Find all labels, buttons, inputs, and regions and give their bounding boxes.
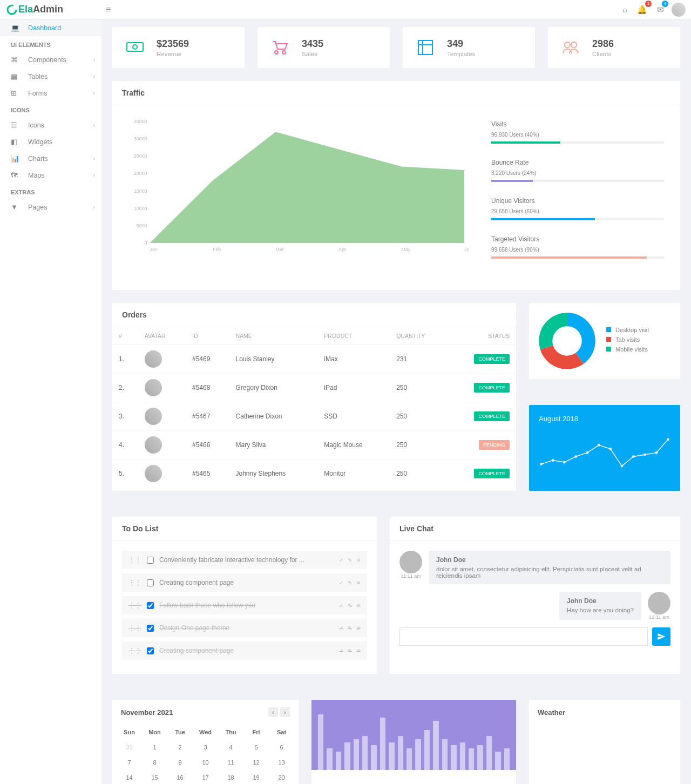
chevron-right-icon: › (93, 204, 95, 210)
menu-icon: 🗺 (11, 171, 28, 179)
cal-day[interactable]: 7 (117, 755, 142, 770)
cal-prev-button[interactable]: ‹ (268, 707, 278, 717)
todo-item[interactable]: ⋮⋮Follow back those who follow you✓✎✕ (122, 596, 367, 614)
drag-handle-icon[interactable]: ⋮⋮ (128, 556, 141, 564)
todo-item[interactable]: ⋮⋮Creating component page✓✎✕ (122, 641, 367, 660)
todo-checkbox[interactable] (147, 647, 154, 654)
cal-day[interactable]: 19 (243, 770, 269, 784)
cal-day[interactable]: 8 (142, 755, 167, 770)
cal-day[interactable]: 16 (167, 770, 193, 784)
table-row[interactable]: 1.#5469Louis StanleyiMax231COMPLETE (112, 345, 516, 374)
cal-day[interactable]: 18 (218, 770, 243, 784)
avatar[interactable] (672, 3, 686, 17)
drag-handle-icon[interactable]: ⋮⋮ (128, 601, 141, 609)
cal-day[interactable]: 13 (269, 755, 294, 770)
close-icon[interactable]: ✕ (356, 625, 361, 631)
todo-text: Creating component page (159, 579, 234, 586)
edit-icon[interactable]: ✎ (348, 580, 352, 586)
todo-item[interactable]: ⋮⋮Creating component page✓✎✕ (122, 573, 367, 592)
table-row[interactable]: 5.#5465Johnny StephensMonitor250COMPLETE (112, 459, 516, 488)
stat-card: 2986Clients (548, 27, 680, 68)
chevron-right-icon: › (93, 172, 95, 178)
cal-day[interactable]: 17 (193, 770, 218, 784)
todo-checkbox[interactable] (147, 557, 154, 564)
close-icon[interactable]: ✕ (356, 648, 361, 654)
svg-point-8 (565, 42, 570, 48)
check-icon[interactable]: ✓ (339, 580, 343, 586)
chat-input[interactable] (399, 627, 648, 646)
chat-row: 11:11 amJohn Doedolor sit amet, consecte… (399, 551, 670, 584)
metric-value: 29,658 Users (60%) (491, 208, 539, 214)
main: $23569Revenue3435Sales349Templates2986Cl… (101, 0, 691, 784)
sidebar-item[interactable]: ▦Tables› (0, 68, 101, 85)
cal-day[interactable]: 1 (142, 740, 167, 755)
cal-day[interactable]: 4 (218, 740, 243, 755)
calendar-nav: ‹ › (268, 707, 290, 717)
drag-handle-icon[interactable]: ⋮⋮ (128, 647, 141, 654)
sidebar-item[interactable]: 📊Charts› (0, 150, 101, 167)
svg-text:10000: 10000 (134, 206, 147, 211)
cal-day[interactable]: 31 (117, 740, 142, 755)
todo-text: Follow back those who follow you (159, 601, 255, 609)
table-row[interactable]: 2.#5468Gregory DixoniPad250COMPLETE (112, 374, 516, 402)
todo-checkbox[interactable] (147, 625, 154, 632)
cal-day[interactable]: 3 (193, 740, 218, 755)
drag-handle-icon[interactable]: ⋮⋮ (128, 624, 141, 632)
bar (344, 742, 350, 770)
sidebar-item[interactable]: ◧Widgets (0, 133, 101, 150)
cal-day[interactable]: 9 (167, 755, 193, 770)
cal-day[interactable]: 14 (117, 770, 142, 784)
cal-day[interactable]: 11 (218, 755, 243, 770)
cal-day[interactable]: 20 (269, 770, 294, 784)
search-icon[interactable]: ⌕ (620, 3, 629, 16)
cal-next-button[interactable]: › (280, 707, 290, 717)
sidebar-item-dashboard[interactable]: 💻Dashboard (0, 19, 101, 36)
table-row[interactable]: 3.#5467Catherine DixonSSD250COMPLETE (112, 402, 516, 431)
todo-item[interactable]: ⋮⋮Design One page theme✓✎✕ (122, 619, 367, 637)
close-icon[interactable]: ✕ (356, 557, 361, 563)
check-icon[interactable]: ✓ (339, 648, 343, 654)
cal-day[interactable]: 2 (167, 740, 193, 755)
cal-day[interactable]: 12 (243, 755, 269, 770)
table-header: AVATAR (138, 327, 186, 345)
sidebar-item[interactable]: ⊞Forms› (0, 85, 101, 102)
chevron-right-icon: › (93, 57, 95, 63)
drag-handle-icon[interactable]: ⋮⋮ (128, 579, 141, 586)
svg-text:5000: 5000 (137, 223, 147, 228)
edit-icon[interactable]: ✎ (348, 603, 352, 609)
menu-toggle-icon[interactable]: ≡ (101, 5, 115, 15)
check-icon[interactable]: ✓ (339, 603, 343, 609)
check-icon[interactable]: ✓ (339, 557, 343, 563)
cal-day[interactable]: 15 (142, 770, 167, 784)
mail-icon[interactable]: ✉4 (655, 3, 666, 17)
sidebar-label: Charts (28, 155, 48, 163)
close-icon[interactable]: ✕ (356, 580, 361, 586)
todo-item[interactable]: ⋮⋮Conveniently fabricate interactive tec… (122, 551, 367, 569)
edit-icon[interactable]: ✎ (348, 557, 352, 563)
sidebar-item[interactable]: 🗺Maps› (0, 167, 101, 184)
bar (380, 718, 385, 770)
table-row[interactable]: 4.#5466Mary SilvaMagic Mouse250PENDING (112, 431, 516, 459)
todo-checkbox[interactable] (147, 579, 154, 586)
sidebar-item[interactable]: ⌘Components› (0, 51, 101, 68)
todo-checkbox[interactable] (147, 602, 154, 609)
chat-time: 11:11 am (399, 573, 422, 579)
cal-day[interactable]: 6 (269, 740, 294, 755)
calendar-panel: November 2021 ‹ › SunMonTueWedThuFriSat3… (112, 700, 299, 784)
chat-bubble: John Doedolor sit amet, consectetur adip… (429, 551, 670, 584)
logo[interactable]: ElaAdmin (0, 4, 101, 15)
cal-day[interactable]: 10 (193, 755, 218, 770)
header: ElaAdmin ≡ ⌕ 🔔3 ✉4 (0, 0, 691, 19)
chat-send-button[interactable] (652, 627, 670, 646)
bell-icon[interactable]: 🔔3 (635, 3, 649, 17)
sidebar-item[interactable]: ☰Icons› (0, 117, 101, 133)
edit-icon[interactable]: ✎ (348, 648, 352, 654)
cal-day[interactable]: 5 (243, 740, 269, 755)
check-icon[interactable]: ✓ (339, 625, 343, 631)
close-icon[interactable]: ✕ (356, 603, 361, 609)
svg-point-2 (133, 45, 137, 49)
traffic-metrics: Visits96,930 Users (40%)Bounce Rate3,220… (491, 116, 664, 274)
edit-icon[interactable]: ✎ (348, 625, 352, 631)
sidebar-item[interactable]: ▼Pages› (0, 199, 101, 215)
sidebar-label: Components (28, 56, 66, 64)
